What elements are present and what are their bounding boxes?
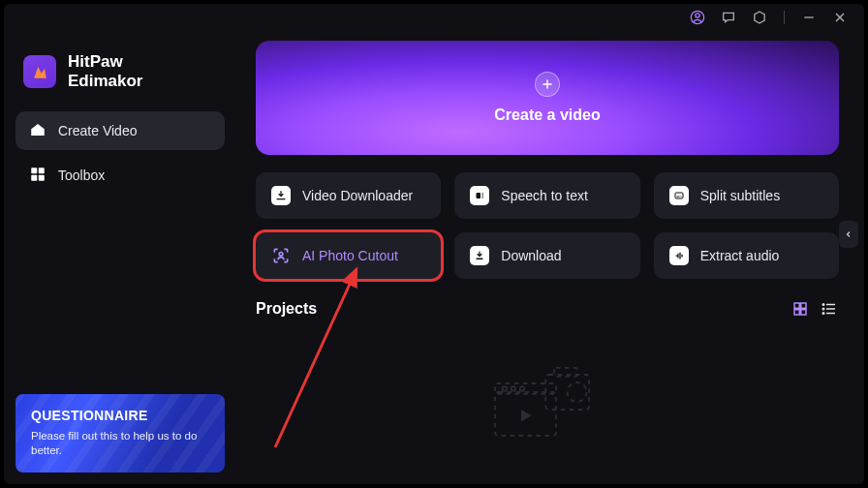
tool-grid: Video Downloader Speech to text Split su…	[256, 172, 839, 279]
svg-point-26	[822, 313, 824, 315]
extract-audio-icon	[669, 246, 689, 265]
feedback-icon[interactable]	[720, 9, 737, 26]
svg-point-25	[822, 308, 824, 310]
svg-rect-16	[477, 259, 483, 260]
svg-rect-6	[39, 168, 45, 173]
tool-label: Video Downloader	[302, 188, 413, 203]
tool-speech-to-text[interactable]: Speech to text	[454, 172, 639, 219]
svg-rect-17	[794, 303, 799, 308]
create-video-hero[interactable]: Create a video	[256, 41, 839, 155]
view-toggle	[790, 300, 839, 318]
promo-title: QUESTIONNAIRE	[31, 408, 209, 423]
tool-split-subtitles[interactable]: Split subtitles	[654, 172, 839, 219]
tool-label: AI Photo Cutout	[302, 248, 398, 263]
titlebar-separator	[784, 11, 785, 24]
projects-empty-illustration	[256, 318, 839, 474]
app-logo-icon	[23, 55, 56, 88]
svg-rect-7	[31, 174, 37, 180]
projects-header: Projects	[256, 300, 839, 318]
plus-icon	[535, 72, 560, 97]
app-frame: HitPaw Edimakor Create Video Toolbox QUE…	[4, 4, 864, 484]
questionnaire-promo[interactable]: QUESTIONNAIRE Please fill out this to he…	[16, 394, 225, 473]
svg-rect-18	[801, 303, 806, 308]
list-view-button[interactable]	[820, 300, 839, 318]
svg-point-34	[568, 382, 587, 402]
svg-marker-32	[521, 410, 532, 422]
main-area: Create a video Video Downloader Speech t…	[236, 31, 864, 484]
svg-point-31	[520, 386, 525, 391]
tool-label: Speech to text	[501, 188, 588, 203]
svg-rect-8	[39, 174, 45, 180]
promo-subtitle: Please fill out this to help us to do be…	[31, 429, 209, 459]
collapse-toggle[interactable]	[839, 221, 858, 248]
minimize-button[interactable]	[800, 9, 818, 26]
download-media-icon	[271, 186, 291, 205]
svg-point-30	[512, 386, 516, 391]
grid-view-button[interactable]	[790, 300, 810, 318]
speech-to-text-icon	[470, 186, 489, 205]
svg-point-1	[696, 14, 699, 17]
svg-rect-19	[794, 310, 799, 315]
sidebar: HitPaw Edimakor Create Video Toolbox QUE…	[4, 31, 236, 484]
sidebar-item-label: Toolbox	[58, 168, 105, 183]
brand: HitPaw Edimakor	[16, 48, 225, 111]
svg-rect-5	[31, 168, 37, 173]
svg-point-24	[822, 304, 824, 306]
tool-download[interactable]: Download	[454, 232, 639, 279]
tool-label: Extract audio	[700, 248, 780, 263]
close-button[interactable]	[831, 9, 849, 26]
titlebar	[4, 4, 864, 31]
svg-point-29	[503, 386, 508, 391]
settings-icon[interactable]	[751, 9, 768, 26]
ai-cutout-icon	[271, 246, 291, 265]
svg-point-15	[279, 253, 283, 257]
account-icon[interactable]	[689, 9, 706, 26]
hero-label: Create a video	[494, 107, 600, 124]
tool-extract-audio[interactable]: Extract audio	[654, 232, 839, 279]
toolbox-icon	[29, 166, 46, 186]
sidebar-item-label: Create Video	[58, 123, 137, 138]
home-icon	[29, 121, 46, 141]
svg-rect-35	[554, 368, 576, 377]
projects-title: Projects	[256, 300, 317, 318]
svg-rect-20	[801, 310, 806, 315]
app-name-line2: Edimakor	[68, 72, 142, 91]
tool-ai-photo-cutout[interactable]: AI Photo Cutout	[256, 232, 441, 279]
svg-rect-12	[675, 193, 683, 198]
sidebar-item-create-video[interactable]: Create Video	[16, 111, 225, 150]
tool-video-downloader[interactable]: Video Downloader	[256, 172, 441, 219]
split-subtitles-icon	[669, 186, 689, 205]
download-icon	[470, 246, 489, 265]
app-name-line1: HitPaw	[68, 52, 142, 72]
sidebar-item-toolbox[interactable]: Toolbox	[16, 156, 225, 195]
tool-label: Split subtitles	[700, 188, 780, 203]
svg-rect-11	[477, 193, 481, 198]
tool-label: Download	[501, 248, 561, 263]
